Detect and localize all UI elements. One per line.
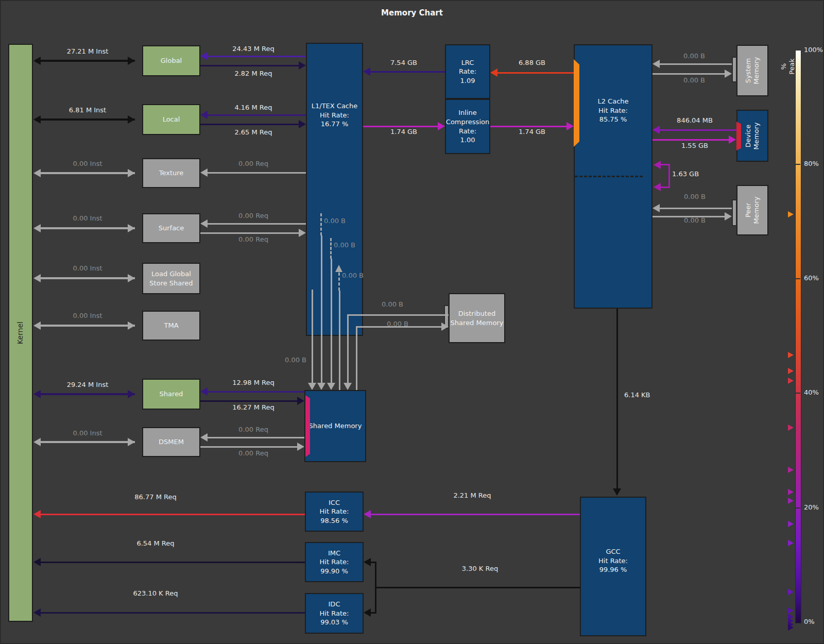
arrowhead [653, 204, 660, 212]
arrowhead [128, 274, 135, 282]
arrowhead [128, 169, 135, 177]
node-surface-label: Surface [159, 224, 184, 233]
memory-chart: Memory Chart Kernel Global Local Texture… [0, 0, 824, 644]
node-shared-memory[interactable]: Shared Memory [304, 390, 366, 462]
flow-line [41, 277, 135, 279]
scale-tick-label: 20% [804, 503, 819, 511]
peak-marker [788, 540, 794, 546]
arrowhead [344, 383, 352, 390]
scale-tick [795, 164, 800, 165]
flow-line [497, 72, 574, 74]
arrowhead [653, 126, 660, 134]
flow-line [660, 129, 736, 131]
arrowhead [490, 69, 497, 77]
zero-flow-dashed-line [320, 213, 322, 235]
arrowhead [33, 169, 41, 177]
flow-line [331, 259, 332, 383]
arrowhead [200, 219, 208, 228]
node-idc[interactable]: IDC Hit Rate: 99.03 % [305, 593, 364, 634]
flow-line [370, 71, 445, 73]
node-inline-compression[interactable]: Inline Compression Rate: 1.00 [445, 99, 490, 154]
arrowhead [308, 383, 316, 390]
arrowhead [128, 390, 135, 398]
peak-scale-title-wrap: % Peak [778, 50, 798, 82]
arrowhead [364, 608, 371, 617]
node-peer-memory[interactable]: Peer Memory [736, 185, 768, 235]
node-distributed-shared-memory[interactable]: Distributed Shared Memory [449, 293, 505, 343]
arrowhead [363, 67, 370, 76]
arrowhead [654, 183, 661, 191]
flow-label: 16.27 M Req [215, 403, 292, 411]
node-lrc-label: LRC Rate: 1.09 [459, 58, 476, 86]
node-load-global-store-shared[interactable]: Load Global Store Shared [142, 263, 200, 294]
flow-label: 0.00 B [342, 272, 364, 279]
node-imc[interactable]: IMC Hit Rate: 99.90 % [305, 542, 364, 582]
node-gcc[interactable]: GCC Hit Rate: 99.96 % [580, 497, 646, 636]
flow-label: 0.00 B [277, 356, 306, 364]
flow-label: 12.98 M Req [215, 379, 292, 386]
flow-label: 0.00 B [656, 216, 733, 224]
flow-line [208, 114, 306, 116]
node-lgss-label: Load Global Store Shared [149, 269, 193, 287]
node-device-memory-label: Device Memory [744, 122, 761, 149]
flow-line [208, 56, 306, 57]
peak-marker [788, 498, 794, 504]
node-texture[interactable]: Texture [142, 158, 200, 188]
node-dsmem[interactable]: DSMEM [142, 427, 200, 457]
flow-label: 0.00 B [656, 76, 733, 84]
flow-label: 4.16 M Req [215, 104, 292, 111]
node-idc-label: IDC Hit Rate: 99.03 % [320, 600, 349, 627]
flow-line [376, 587, 580, 588]
flow-line [363, 126, 438, 127]
arrowhead [364, 510, 371, 518]
flow-label: 86.77 M Req [117, 493, 194, 501]
flow-line [321, 235, 322, 383]
scale-tick [795, 507, 800, 509]
flow-line [41, 60, 135, 62]
scale-tick [795, 393, 800, 394]
flow-line [660, 63, 732, 65]
arrowhead [299, 120, 306, 128]
arrowhead [335, 265, 342, 272]
node-shared[interactable]: Shared [142, 379, 200, 410]
flow-line [653, 139, 729, 141]
peak-marker [788, 211, 794, 217]
node-global-label: Global [161, 56, 182, 65]
flow-line [347, 314, 349, 383]
flow-label: 6.88 GB [493, 59, 571, 66]
arrowhead [654, 161, 661, 169]
flow-label: 1.63 GB [672, 170, 699, 178]
l2-partition-divider [575, 176, 643, 177]
node-icc-label: ICC Hit Rate: 98.56 % [320, 498, 349, 526]
flow-line [208, 437, 304, 438]
arrowhead [200, 111, 208, 119]
flow-line [490, 126, 566, 127]
node-l1-tex-cache[interactable]: L1/TEX Cache Hit Rate: 16.77 % [306, 43, 363, 336]
arrowhead [33, 274, 41, 282]
arrowhead [653, 60, 660, 68]
flow-label: 7.54 GB [365, 59, 442, 66]
peak-marker [788, 467, 794, 473]
peak-marker [788, 521, 794, 527]
flow-label: 0.00 Req [215, 426, 292, 433]
node-lrc[interactable]: LRC Rate: 1.09 [445, 44, 490, 99]
flow-label: 0.00 Req [215, 212, 292, 219]
arrowhead [613, 488, 621, 496]
node-icc[interactable]: ICC Hit Rate: 98.56 % [305, 492, 364, 532]
flow-line [347, 314, 449, 316]
node-global[interactable]: Global [142, 45, 200, 76]
flow-label: 2.65 M Req [215, 128, 292, 136]
node-kernel[interactable]: Kernel [8, 44, 33, 622]
flow-label: 6.81 M Inst [49, 106, 126, 114]
node-tma[interactable]: TMA [142, 311, 200, 341]
flow-label: 0.00 Inst [49, 429, 126, 437]
l2-port-indicator [574, 59, 579, 147]
node-system-memory[interactable]: System Memory [736, 45, 768, 96]
node-local[interactable]: Local [142, 104, 200, 135]
flow-line [200, 400, 297, 402]
flow-label: 2.82 M Req [215, 70, 292, 77]
flow-line [41, 562, 305, 563]
node-device-memory[interactable]: Device Memory [736, 110, 768, 162]
node-surface[interactable]: Surface [142, 213, 200, 243]
arrowhead [441, 323, 449, 331]
